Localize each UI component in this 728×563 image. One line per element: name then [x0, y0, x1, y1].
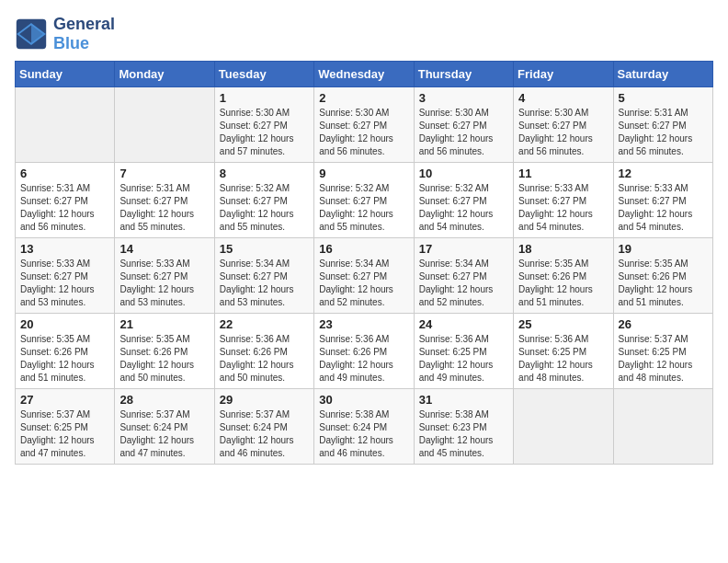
day-number: 28 — [119, 393, 209, 407]
day-info: Sunrise: 5:34 AM Sunset: 6:27 PM Dayligh… — [419, 258, 508, 309]
day-number: 9 — [319, 167, 408, 180]
logo: General Blue — [15, 15, 115, 53]
logo-icon — [15, 17, 48, 51]
day-info: Sunrise: 5:38 AM Sunset: 6:23 PM Dayligh… — [419, 408, 508, 460]
day-info: Sunrise: 5:35 AM Sunset: 6:26 PM Dayligh… — [619, 258, 708, 309]
calendar-cell: 24Sunrise: 5:36 AM Sunset: 6:25 PM Dayli… — [414, 314, 513, 389]
day-info: Sunrise: 5:35 AM Sunset: 6:26 PM Dayligh… — [119, 333, 209, 385]
day-number: 14 — [119, 242, 209, 256]
day-info: Sunrise: 5:31 AM Sunset: 6:27 PM Dayligh… — [20, 182, 109, 234]
day-info: Sunrise: 5:31 AM Sunset: 6:27 PM Dayligh… — [619, 107, 708, 158]
day-number: 12 — [619, 167, 708, 180]
calendar-cell — [613, 389, 712, 465]
logo-text: General Blue — [53, 15, 115, 53]
day-info: Sunrise: 5:35 AM Sunset: 6:26 PM Dayligh… — [518, 258, 608, 309]
calendar-cell — [514, 389, 613, 465]
day-number: 6 — [20, 167, 109, 180]
calendar-cell: 21Sunrise: 5:35 AM Sunset: 6:26 PM Dayli… — [115, 314, 214, 389]
calendar-cell: 3Sunrise: 5:30 AM Sunset: 6:27 PM Daylig… — [414, 87, 513, 163]
calendar-cell: 12Sunrise: 5:33 AM Sunset: 6:27 PM Dayli… — [613, 163, 712, 238]
calendar-cell: 9Sunrise: 5:32 AM Sunset: 6:27 PM Daylig… — [314, 163, 414, 238]
day-number: 5 — [619, 91, 708, 105]
calendar-cell: 16Sunrise: 5:34 AM Sunset: 6:27 PM Dayli… — [314, 238, 414, 314]
day-info: Sunrise: 5:30 AM Sunset: 6:27 PM Dayligh… — [518, 107, 608, 158]
calendar-week-row: 27Sunrise: 5:37 AM Sunset: 6:25 PM Dayli… — [16, 389, 713, 465]
page-header: General Blue — [15, 15, 713, 53]
calendar-cell: 13Sunrise: 5:33 AM Sunset: 6:27 PM Dayli… — [16, 238, 115, 314]
day-info: Sunrise: 5:32 AM Sunset: 6:27 PM Dayligh… — [220, 182, 309, 234]
calendar-cell: 25Sunrise: 5:36 AM Sunset: 6:25 PM Dayli… — [514, 314, 613, 389]
day-info: Sunrise: 5:33 AM Sunset: 6:27 PM Dayligh… — [119, 258, 209, 309]
day-number: 20 — [20, 317, 109, 331]
calendar-week-row: 20Sunrise: 5:35 AM Sunset: 6:26 PM Dayli… — [16, 314, 713, 389]
weekday-header: Wednesday — [314, 62, 414, 87]
calendar-cell: 26Sunrise: 5:37 AM Sunset: 6:25 PM Dayli… — [613, 314, 712, 389]
day-number: 26 — [619, 317, 708, 331]
calendar-cell: 20Sunrise: 5:35 AM Sunset: 6:26 PM Dayli… — [16, 314, 115, 389]
calendar-cell: 17Sunrise: 5:34 AM Sunset: 6:27 PM Dayli… — [414, 238, 513, 314]
weekday-header: Saturday — [613, 62, 712, 87]
day-info: Sunrise: 5:34 AM Sunset: 6:27 PM Dayligh… — [319, 258, 408, 309]
day-info: Sunrise: 5:31 AM Sunset: 6:27 PM Dayligh… — [119, 182, 209, 234]
day-number: 31 — [419, 393, 508, 407]
day-number: 1 — [220, 91, 309, 105]
day-info: Sunrise: 5:30 AM Sunset: 6:27 PM Dayligh… — [220, 107, 309, 158]
calendar-cell: 15Sunrise: 5:34 AM Sunset: 6:27 PM Dayli… — [214, 238, 313, 314]
day-info: Sunrise: 5:34 AM Sunset: 6:27 PM Dayligh… — [220, 258, 309, 309]
day-info: Sunrise: 5:37 AM Sunset: 6:24 PM Dayligh… — [220, 408, 309, 460]
calendar-cell: 19Sunrise: 5:35 AM Sunset: 6:26 PM Dayli… — [613, 238, 712, 314]
calendar-cell: 22Sunrise: 5:36 AM Sunset: 6:26 PM Dayli… — [214, 314, 313, 389]
calendar-cell — [115, 87, 214, 163]
day-number: 8 — [220, 167, 309, 180]
day-number: 2 — [319, 91, 408, 105]
day-number: 15 — [220, 242, 309, 256]
day-info: Sunrise: 5:33 AM Sunset: 6:27 PM Dayligh… — [518, 182, 608, 234]
day-number: 3 — [419, 91, 508, 105]
weekday-header: Thursday — [414, 62, 513, 87]
day-number: 27 — [20, 393, 109, 407]
day-info: Sunrise: 5:36 AM Sunset: 6:25 PM Dayligh… — [419, 333, 508, 385]
calendar-cell: 7Sunrise: 5:31 AM Sunset: 6:27 PM Daylig… — [115, 163, 214, 238]
calendar-cell — [16, 87, 115, 163]
calendar-week-row: 6Sunrise: 5:31 AM Sunset: 6:27 PM Daylig… — [16, 163, 713, 238]
calendar-cell: 8Sunrise: 5:32 AM Sunset: 6:27 PM Daylig… — [214, 163, 313, 238]
day-info: Sunrise: 5:36 AM Sunset: 6:26 PM Dayligh… — [319, 333, 408, 385]
calendar-week-row: 1Sunrise: 5:30 AM Sunset: 6:27 PM Daylig… — [16, 87, 713, 163]
day-number: 13 — [20, 242, 109, 256]
calendar-cell: 1Sunrise: 5:30 AM Sunset: 6:27 PM Daylig… — [214, 87, 313, 163]
calendar-table: SundayMondayTuesdayWednesdayThursdayFrid… — [15, 61, 713, 465]
weekday-header: Sunday — [16, 62, 115, 87]
day-info: Sunrise: 5:37 AM Sunset: 6:25 PM Dayligh… — [619, 333, 708, 385]
day-info: Sunrise: 5:35 AM Sunset: 6:26 PM Dayligh… — [20, 333, 109, 385]
calendar-cell: 5Sunrise: 5:31 AM Sunset: 6:27 PM Daylig… — [613, 87, 712, 163]
calendar-cell: 14Sunrise: 5:33 AM Sunset: 6:27 PM Dayli… — [115, 238, 214, 314]
day-info: Sunrise: 5:36 AM Sunset: 6:25 PM Dayligh… — [518, 333, 608, 385]
day-number: 29 — [220, 393, 309, 407]
day-number: 25 — [518, 317, 608, 331]
calendar-header: SundayMondayTuesdayWednesdayThursdayFrid… — [16, 62, 713, 87]
calendar-cell: 10Sunrise: 5:32 AM Sunset: 6:27 PM Dayli… — [414, 163, 513, 238]
day-info: Sunrise: 5:33 AM Sunset: 6:27 PM Dayligh… — [619, 182, 708, 234]
calendar-cell: 29Sunrise: 5:37 AM Sunset: 6:24 PM Dayli… — [214, 389, 313, 465]
day-info: Sunrise: 5:32 AM Sunset: 6:27 PM Dayligh… — [319, 182, 408, 234]
day-number: 11 — [518, 167, 608, 180]
calendar-cell: 27Sunrise: 5:37 AM Sunset: 6:25 PM Dayli… — [16, 389, 115, 465]
weekday-header: Friday — [514, 62, 613, 87]
day-number: 21 — [119, 317, 209, 331]
calendar-cell: 6Sunrise: 5:31 AM Sunset: 6:27 PM Daylig… — [16, 163, 115, 238]
day-number: 10 — [419, 167, 508, 180]
calendar-cell: 23Sunrise: 5:36 AM Sunset: 6:26 PM Dayli… — [314, 314, 414, 389]
calendar-cell: 4Sunrise: 5:30 AM Sunset: 6:27 PM Daylig… — [514, 87, 613, 163]
day-info: Sunrise: 5:36 AM Sunset: 6:26 PM Dayligh… — [220, 333, 309, 385]
day-number: 7 — [119, 167, 209, 180]
calendar-week-row: 13Sunrise: 5:33 AM Sunset: 6:27 PM Dayli… — [16, 238, 713, 314]
weekday-header: Monday — [115, 62, 214, 87]
day-number: 23 — [319, 317, 408, 331]
day-info: Sunrise: 5:37 AM Sunset: 6:25 PM Dayligh… — [20, 408, 109, 460]
calendar-cell: 30Sunrise: 5:38 AM Sunset: 6:24 PM Dayli… — [314, 389, 414, 465]
day-info: Sunrise: 5:30 AM Sunset: 6:27 PM Dayligh… — [419, 107, 508, 158]
day-number: 17 — [419, 242, 508, 256]
day-number: 24 — [419, 317, 508, 331]
calendar-cell: 31Sunrise: 5:38 AM Sunset: 6:23 PM Dayli… — [414, 389, 513, 465]
day-info: Sunrise: 5:32 AM Sunset: 6:27 PM Dayligh… — [419, 182, 508, 234]
